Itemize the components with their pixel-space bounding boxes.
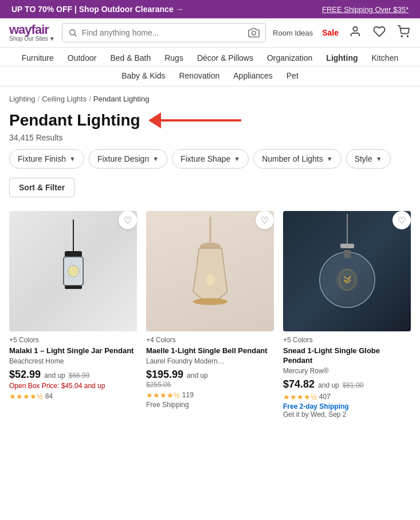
chevron-down-icon: ▼	[234, 155, 240, 162]
filter-number-of-lights-label: Number of Lights	[262, 154, 323, 163]
filter-fixture-design[interactable]: Fixture Design ▼	[89, 149, 167, 169]
svg-point-21	[336, 268, 359, 291]
site-header: wayfair Shop Our Sites ▼ Room Ideas Sale	[0, 18, 420, 48]
wishlist-button[interactable]	[372, 24, 387, 42]
breadcrumb-ceiling-lights[interactable]: Ceiling Lights	[42, 95, 87, 103]
chevron-down-icon: ▼	[152, 155, 159, 162]
arrow-line	[161, 119, 241, 122]
sort-filter-button[interactable]: Sort & Filter	[9, 178, 74, 197]
svg-point-5	[407, 36, 408, 37]
price-main-2: $195.99	[146, 369, 183, 381]
page-title: Pendant Lighting	[9, 111, 140, 130]
wishlist-btn-1[interactable]: ♡	[119, 211, 137, 229]
product-card-2[interactable]: ♡ +4 Colors Maelle 1-Light Single Bell P…	[142, 206, 278, 423]
nav-organization[interactable]: Organization	[267, 53, 312, 62]
svg-point-0	[69, 30, 74, 35]
promo-text[interactable]: UP TO 70% OFF | Shop Outdoor Clearance →	[11, 5, 184, 14]
pendant-illustration-2	[185, 217, 236, 326]
brand-name-2: Laurel Foundry Modern…	[146, 357, 274, 365]
page-header: Pendant Lighting	[0, 107, 420, 132]
filter-style[interactable]: Style ▼	[346, 149, 391, 169]
wishlist-btn-2[interactable]: ♡	[256, 211, 274, 229]
sale-link[interactable]: Sale	[322, 28, 339, 37]
filter-fixture-shape-label: Fixture Shape	[180, 154, 230, 163]
nav-furniture[interactable]: Furniture	[22, 53, 54, 62]
price-original-1: $66.99	[69, 372, 90, 380]
price-row-3: $74.82 and up $81.00	[283, 378, 411, 390]
filter-fixture-finish-label: Fixture Finish	[18, 154, 66, 163]
pendant-illustration-1	[48, 220, 99, 323]
product-card-3[interactable]: ♡ +5 Colors Snead 1-Light Single Globe P…	[278, 206, 415, 423]
svg-rect-11	[65, 286, 82, 289]
nav-rugs[interactable]: Rugs	[164, 53, 183, 62]
breadcrumb-sep-2: /	[89, 95, 91, 103]
nav-kitchen[interactable]: Kitchen	[372, 53, 399, 62]
wishlist-btn-3[interactable]: ♡	[392, 211, 411, 229]
chevron-down-icon: ▼	[376, 155, 382, 162]
review-count-2: 119	[182, 391, 194, 399]
nav-appliances[interactable]: Appliances	[233, 71, 273, 80]
breadcrumb-current: Pendant Lighting	[93, 95, 150, 103]
product-name-1: Malaki 1 – Light Single Jar Pendant	[9, 346, 137, 356]
brand-name-3: Mercury Row®	[283, 367, 411, 375]
product-card-1[interactable]: ♡ +5 Colors Malaki 1 – Light Single Jar …	[5, 206, 142, 423]
search-bar	[62, 23, 266, 42]
logo[interactable]: wayfair Shop Our Sites ▼	[9, 24, 55, 42]
open-box-1: Open Box Price: $45.04 and up	[9, 382, 137, 390]
stars-row-3: ★★★★½ 407	[283, 393, 411, 401]
color-count-2: +4 Colors	[146, 336, 274, 344]
stars-row-2: ★★★★½ 119	[146, 391, 274, 400]
nav-top: Furniture Outdoor Bed & Bath Rugs Décor …	[0, 48, 420, 67]
arrow-graphic	[150, 112, 241, 128]
filter-fixture-shape[interactable]: Fixture Shape ▼	[172, 149, 249, 169]
nav-pet[interactable]: Pet	[286, 71, 299, 80]
price-original-3: $81.00	[343, 381, 364, 389]
filters-row: Fixture Finish ▼ Fixture Design ▼ Fixtur…	[0, 149, 420, 175]
product-name-3: Snead 1-Light Single Globe Pendant	[283, 346, 411, 366]
logo-wordmark: wayfair	[9, 24, 55, 36]
chevron-down-icon: ▼	[327, 155, 333, 162]
stars-2: ★★★★½	[146, 391, 180, 400]
price-suffix-2: and up	[187, 372, 208, 380]
nav-bed-bath[interactable]: Bed & Bath	[110, 53, 151, 62]
review-count-1: 84	[45, 392, 53, 400]
breadcrumb: Lighting / Ceiling Lights / Pendant Ligh…	[0, 87, 420, 107]
sort-filter-row: Sort & Filter	[0, 175, 420, 206]
brand-name-1: Beachcrest Home	[9, 357, 137, 365]
free-shipping-2: Free Shipping	[146, 401, 274, 409]
filter-number-of-lights[interactable]: Number of Lights ▼	[253, 149, 342, 169]
search-icon	[68, 28, 77, 37]
price-suffix-1: and up	[44, 372, 65, 380]
svg-rect-22	[344, 250, 351, 258]
product-image-3	[283, 211, 411, 331]
svg-point-14	[193, 298, 227, 305]
price-main-1: $52.99	[9, 369, 41, 381]
pendant-illustration-3	[319, 214, 376, 329]
product-name-2: Maelle 1-Light Single Bell Pendant	[146, 346, 274, 356]
filter-fixture-finish[interactable]: Fixture Finish ▼	[9, 149, 84, 169]
search-input[interactable]	[82, 28, 244, 37]
svg-line-1	[74, 34, 77, 37]
account-button[interactable]	[348, 24, 363, 42]
two-day-shipping-3: Free 2-day Shipping	[283, 402, 411, 410]
nav-outdoor[interactable]: Outdoor	[68, 53, 97, 62]
filter-fixture-design-label: Fixture Design	[97, 154, 149, 163]
nav-baby-kids[interactable]: Baby & Kids	[121, 71, 165, 80]
room-ideas-link[interactable]: Room Ideas	[273, 29, 313, 37]
stars-row-1: ★★★★½ 84	[9, 392, 137, 401]
filter-style-label: Style	[355, 154, 372, 163]
original-price-2: $255.05	[146, 381, 274, 389]
svg-point-10	[68, 265, 79, 277]
free-shipping-text[interactable]: FREE Shipping Over $35*	[322, 5, 409, 14]
breadcrumb-sep-1: /	[38, 95, 40, 103]
nav-renovation[interactable]: Renovation	[179, 71, 219, 80]
header-icons: Room Ideas Sale	[273, 24, 411, 42]
breadcrumb-lighting[interactable]: Lighting	[9, 95, 36, 103]
svg-rect-7	[65, 251, 82, 257]
cart-button[interactable]	[396, 24, 411, 42]
nav-lighting[interactable]: Lighting	[326, 53, 358, 62]
product-image-1	[9, 211, 137, 331]
nav-decor[interactable]: Décor & Pillows	[197, 53, 253, 62]
camera-icon[interactable]	[248, 27, 260, 38]
svg-point-15	[206, 274, 215, 286]
